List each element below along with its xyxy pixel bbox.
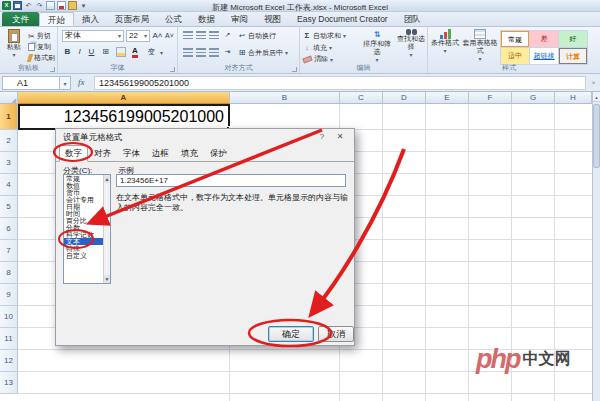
column-header-D[interactable]: D: [383, 92, 426, 104]
dialog-tab-fill[interactable]: 填充: [175, 145, 204, 162]
column-header-C[interactable]: C: [340, 92, 383, 104]
align-left-icon[interactable]: [183, 48, 193, 57]
scroll-up-icon[interactable]: ▲: [104, 175, 110, 183]
conditional-formatting-button[interactable]: 条件格式 ▾: [430, 29, 460, 55]
align-middle-icon[interactable]: [196, 31, 206, 40]
formula-input[interactable]: 123456199005201000: [94, 76, 586, 90]
row-header-7[interactable]: 7: [0, 240, 18, 262]
cell-A1[interactable]: 123456199005201000: [18, 104, 230, 130]
tab-file[interactable]: 文件: [2, 12, 39, 26]
tab-home[interactable]: 开始: [39, 12, 74, 26]
copy-button[interactable]: 复制: [28, 42, 51, 52]
align-center-icon[interactable]: [196, 48, 206, 57]
font-color-icon[interactable]: A: [132, 47, 138, 58]
column-header-H[interactable]: H: [555, 92, 592, 104]
close-icon[interactable]: ✕: [333, 131, 347, 143]
dialog-launcher-icon[interactable]: [170, 67, 175, 72]
format-as-table-button[interactable]: 套用表格格式 ▾: [462, 29, 498, 63]
row-header-4[interactable]: 4: [0, 174, 18, 196]
tab-easy-document-creator[interactable]: Easy Document Creator: [289, 12, 396, 26]
help-button[interactable]: ?: [316, 131, 328, 143]
tab-insert[interactable]: 插入: [74, 12, 107, 26]
grow-font-button[interactable]: A˄: [152, 30, 163, 41]
gridline: [425, 104, 426, 401]
dialog-launcher-icon[interactable]: [292, 67, 297, 72]
align-right-icon[interactable]: [209, 48, 219, 57]
fill-color-icon[interactable]: [116, 47, 126, 57]
row-header-9[interactable]: 9: [0, 284, 18, 306]
bold-button[interactable]: B: [62, 46, 73, 57]
row-header-8[interactable]: 8: [0, 262, 18, 284]
listbox-scrollbar[interactable]: ▲ ▼: [103, 175, 110, 283]
tab-team[interactable]: 团队: [396, 12, 429, 26]
row-header-11[interactable]: 11: [0, 328, 18, 350]
dialog-tab-protection[interactable]: 保护: [204, 145, 233, 162]
tab-formulas[interactable]: 公式: [157, 12, 190, 26]
indent-icon[interactable]: ⇥: [222, 46, 233, 57]
orientation-icon[interactable]: ↗: [222, 29, 233, 40]
shrink-font-button[interactable]: A˅: [164, 30, 175, 41]
scroll-down-icon[interactable]: ▼: [104, 275, 110, 283]
column-header-E[interactable]: E: [426, 92, 469, 104]
name-box[interactable]: A1: [2, 76, 60, 90]
paste-button[interactable]: 粘贴 ▾: [3, 29, 25, 59]
italic-button[interactable]: I: [74, 46, 85, 57]
row-header-1[interactable]: 1: [0, 104, 18, 130]
row-header-5[interactable]: 5: [0, 196, 18, 218]
sort-filter-button[interactable]: ⇅ 排序和筛选 ▾: [360, 29, 394, 64]
font-size-combo[interactable]: 22 ▾: [126, 30, 150, 42]
cancel-button[interactable]: 取消: [318, 326, 354, 342]
group-editing: Σ 自动求和 ▾ ↓ 填充 ▾ 清除 ▾ ⇅ 排序和筛选 ▾ 查找和选择 ▾ 编…: [300, 27, 428, 73]
title-bar: X ↶ ↷ ▾ 新建 Microsoft Excel 工作表.xlsx - Mi…: [0, 0, 600, 12]
chevron-down-icon: ▾: [160, 49, 163, 56]
tab-page-layout[interactable]: 页面布局: [107, 12, 157, 26]
row-header-6[interactable]: 6: [0, 218, 18, 240]
format-painter-button[interactable]: 格式刷: [28, 53, 55, 63]
scrollbar-thumb[interactable]: [593, 104, 600, 168]
fx-icon[interactable]: fx: [78, 77, 85, 87]
dialog-tab-number[interactable]: 数字: [59, 145, 88, 162]
ok-button[interactable]: 确定: [268, 326, 314, 342]
tab-view[interactable]: 视图: [256, 12, 289, 26]
row-header-2[interactable]: 2: [0, 130, 18, 152]
cut-button[interactable]: ✂ 剪切: [28, 31, 51, 41]
category-listbox[interactable]: 常规 数值 货币 会计专用 日期 时间 百分比 分数 科学记数 文本 特殊 自定…: [63, 174, 111, 284]
column-header-F[interactable]: F: [469, 92, 512, 104]
dialog-launcher-icon[interactable]: [50, 67, 55, 72]
phonetic-button[interactable]: 变: [146, 46, 157, 57]
row-header-12[interactable]: 12: [0, 350, 18, 372]
cell-style-normal[interactable]: 常规: [501, 31, 529, 47]
cell-style-good[interactable]: 好: [559, 31, 587, 47]
wrap-text-button[interactable]: ↩ 自动换行: [238, 30, 276, 41]
cell-style-hyperlink[interactable]: 超链接: [530, 48, 558, 64]
cell-style-bad[interactable]: 差: [530, 31, 558, 47]
row-header-13[interactable]: 13: [0, 372, 18, 394]
cell-style-neutral[interactable]: 适中: [501, 48, 529, 64]
underline-button[interactable]: U: [86, 46, 97, 57]
column-header-A[interactable]: A: [18, 92, 230, 104]
borders-button[interactable]: ⊞: [100, 46, 111, 57]
autosum-button[interactable]: Σ 自动求和 ▾: [303, 30, 346, 41]
vertical-scrollbar[interactable]: ▴: [592, 92, 600, 401]
font-name-combo[interactable]: 宋体 ▾: [62, 30, 124, 42]
column-header-G[interactable]: G: [512, 92, 555, 104]
column-header-B[interactable]: B: [230, 92, 340, 104]
find-select-button[interactable]: 查找和选择 ▾: [396, 29, 426, 59]
name-box-dropdown-icon[interactable]: ▾: [60, 76, 71, 90]
scroll-up-icon[interactable]: ▴: [593, 92, 600, 102]
cell-style-calculation[interactable]: 计算: [559, 48, 587, 64]
tab-data[interactable]: 数据: [190, 12, 223, 26]
dialog-tab-border[interactable]: 边框: [146, 145, 175, 162]
align-bottom-icon[interactable]: [209, 31, 219, 40]
formula-bar-expand-icon[interactable]: ˅: [588, 77, 599, 89]
tab-review[interactable]: 审阅: [223, 12, 256, 26]
dialog-tab-font[interactable]: 字体: [117, 145, 146, 162]
align-top-icon[interactable]: [183, 31, 193, 40]
dialog-tab-alignment[interactable]: 对齐: [88, 145, 117, 162]
select-all-corner[interactable]: ◢: [0, 92, 18, 104]
merge-center-button[interactable]: ⊞ 合并后居中 ▾: [238, 47, 288, 58]
format-cells-dialog: 设置单元格格式 ? ✕ 数字 对齐 字体 边框 填充 保护 分类(C): 常规 …: [55, 128, 355, 346]
row-header-3[interactable]: 3: [0, 152, 18, 174]
fill-button[interactable]: ↓ 填充 ▾: [303, 42, 332, 53]
row-header-10[interactable]: 10: [0, 306, 18, 328]
